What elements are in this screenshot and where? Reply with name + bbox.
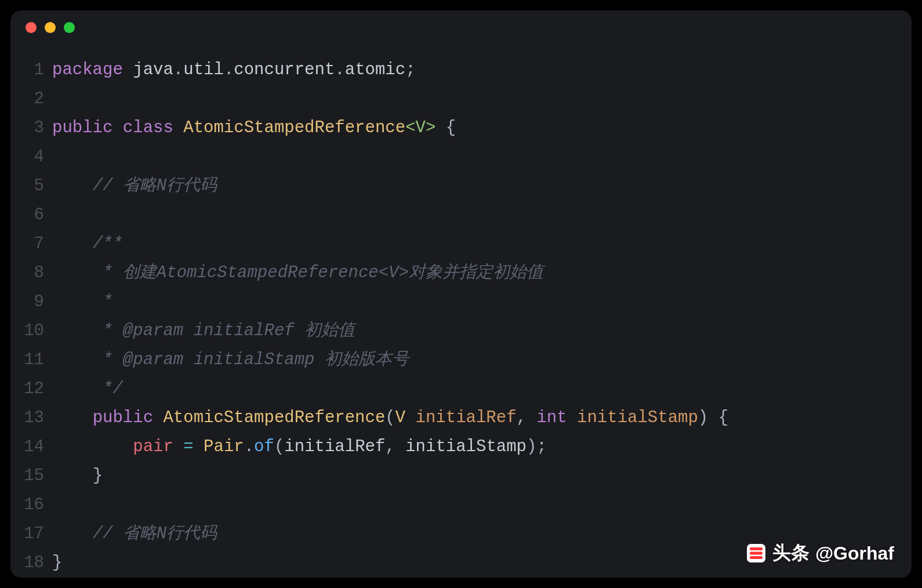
line-number: 13 — [10, 404, 52, 433]
code-content[interactable]: * — [52, 288, 912, 317]
code-editor[interactable]: 1package java.util.concurrent.atomic;2 3… — [10, 56, 912, 578]
line-number: 17 — [10, 520, 52, 549]
code-line: 3public class AtomicStampedReference<V> … — [10, 114, 912, 143]
close-icon[interactable] — [26, 22, 37, 33]
line-number: 5 — [10, 172, 52, 201]
titlebar — [10, 10, 912, 44]
code-line: 1package java.util.concurrent.atomic; — [10, 56, 912, 85]
code-content[interactable]: } — [52, 462, 912, 491]
line-number: 3 — [10, 114, 52, 143]
line-number: 11 — [10, 346, 52, 375]
watermark-handle: @Gorhaf — [815, 543, 894, 564]
line-number: 6 — [10, 201, 52, 230]
line-number: 18 — [10, 549, 52, 578]
code-content[interactable]: * @param initialStamp 初始版本号 — [52, 346, 912, 375]
code-line: 8 * 创建AtomicStampedReference<V>对象并指定初始值 — [10, 259, 912, 288]
code-line: 6 — [10, 201, 912, 230]
code-content[interactable]: /** — [52, 230, 912, 259]
watermark: 头条 @Gorhaf — [746, 540, 894, 566]
code-content[interactable]: public AtomicStampedReference(V initialR… — [52, 404, 912, 433]
code-line: 15 } — [10, 462, 912, 491]
line-number: 9 — [10, 288, 52, 317]
svg-rect-1 — [750, 547, 763, 550]
code-line: 10 * @param initialRef 初始值 — [10, 317, 912, 346]
code-line: 5 // 省略N行代码 — [10, 172, 912, 201]
code-content[interactable]: package java.util.concurrent.atomic; — [52, 56, 912, 85]
svg-rect-3 — [750, 556, 763, 559]
code-line: 7 /** — [10, 230, 912, 259]
toutiao-logo-icon — [746, 543, 767, 564]
code-content[interactable] — [52, 201, 912, 230]
line-number: 2 — [10, 85, 52, 114]
code-content[interactable] — [52, 143, 912, 172]
code-content[interactable]: public class AtomicStampedReference<V> { — [52, 114, 912, 143]
code-content[interactable]: * @param initialRef 初始值 — [52, 317, 912, 346]
line-number: 12 — [10, 375, 52, 404]
minimize-icon[interactable] — [45, 22, 56, 33]
line-number: 15 — [10, 462, 52, 491]
code-line: 9 * — [10, 288, 912, 317]
line-number: 14 — [10, 433, 52, 462]
line-number: 16 — [10, 491, 52, 520]
code-line: 13 public AtomicStampedReference(V initi… — [10, 404, 912, 433]
code-content[interactable] — [52, 491, 912, 520]
code-line: 2 — [10, 85, 912, 114]
code-content[interactable] — [52, 85, 912, 114]
svg-rect-2 — [750, 552, 763, 555]
code-line: 14 pair = Pair.of(initialRef, initialSta… — [10, 433, 912, 462]
code-line: 12 */ — [10, 375, 912, 404]
code-line: 4 — [10, 143, 912, 172]
code-line: 11 * @param initialStamp 初始版本号 — [10, 346, 912, 375]
watermark-prefix: 头条 — [772, 540, 810, 566]
line-number: 10 — [10, 317, 52, 346]
line-number: 1 — [10, 56, 52, 85]
line-number: 4 — [10, 143, 52, 172]
code-content[interactable]: pair = Pair.of(initialRef, initialStamp)… — [52, 433, 912, 462]
line-number: 7 — [10, 230, 52, 259]
code-window: 1package java.util.concurrent.atomic;2 3… — [10, 10, 912, 578]
zoom-icon[interactable] — [64, 22, 75, 33]
code-content[interactable]: // 省略N行代码 — [52, 172, 912, 201]
code-content[interactable]: */ — [52, 375, 912, 404]
code-content[interactable]: * 创建AtomicStampedReference<V>对象并指定初始值 — [52, 259, 912, 288]
code-line: 16 — [10, 491, 912, 520]
line-number: 8 — [10, 259, 52, 288]
